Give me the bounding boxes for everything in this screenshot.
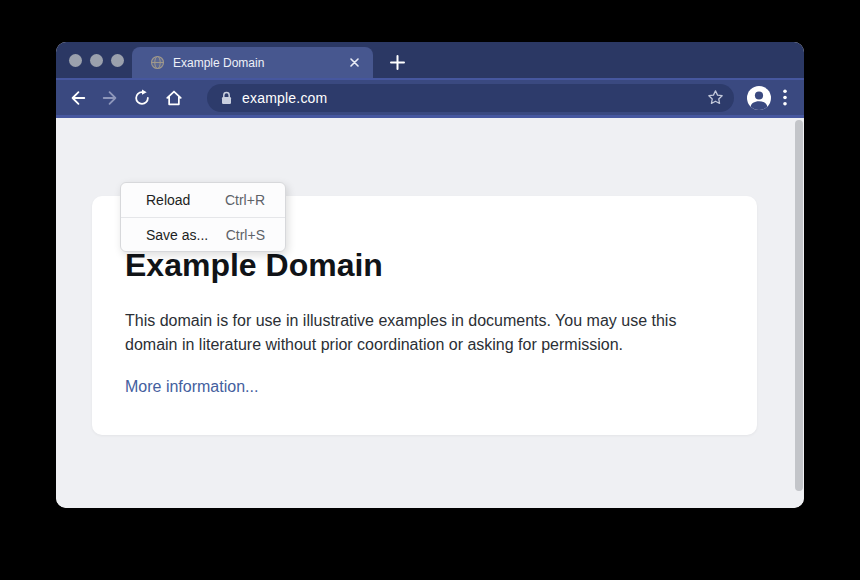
forward-button[interactable] [101,89,119,107]
address-bar[interactable]: example.com [207,84,734,112]
home-icon [165,89,183,107]
reload-button[interactable] [133,89,151,107]
kebab-menu-icon [783,89,787,106]
close-icon [350,58,359,67]
menu-item-shortcut: Ctrl+R [225,192,265,208]
browser-window: Example Domain [56,42,804,508]
browser-tab[interactable]: Example Domain [132,47,373,78]
plus-icon [390,55,405,70]
tab-title: Example Domain [173,56,345,70]
page-paragraph: This domain is for use in illustrative e… [125,309,707,357]
new-tab-button[interactable] [389,54,405,70]
star-icon[interactable] [707,89,724,106]
maximize-window-button[interactable] [111,54,124,67]
lock-icon [220,91,233,105]
menu-item-label: Save as... [146,227,208,243]
globe-icon [150,55,165,70]
close-window-button[interactable] [69,54,82,67]
window-controls [56,42,132,78]
back-arrow-icon [69,89,87,107]
profile-avatar-icon[interactable] [747,86,771,110]
browser-menu-button[interactable] [783,89,787,106]
page-viewport: Example Domain This domain is for use in… [56,118,804,508]
forward-arrow-icon [101,89,119,107]
vertical-scrollbar[interactable] [795,120,803,491]
more-information-link[interactable]: More information... [125,378,258,396]
url-text: example.com [242,90,707,106]
context-menu-item-save-as[interactable]: Save as... Ctrl+S [121,217,285,251]
minimize-window-button[interactable] [90,54,103,67]
reload-icon [133,89,151,107]
browser-toolbar: example.com [56,78,804,118]
back-button[interactable] [69,89,87,107]
close-tab-button[interactable] [345,54,363,72]
context-menu-item-reload[interactable]: Reload Ctrl+R [121,183,285,217]
title-bar: Example Domain [56,42,804,78]
context-menu: Reload Ctrl+R Save as... Ctrl+S [120,182,286,252]
menu-item-label: Reload [146,192,190,208]
home-button[interactable] [165,89,183,107]
menu-item-shortcut: Ctrl+S [226,227,265,243]
